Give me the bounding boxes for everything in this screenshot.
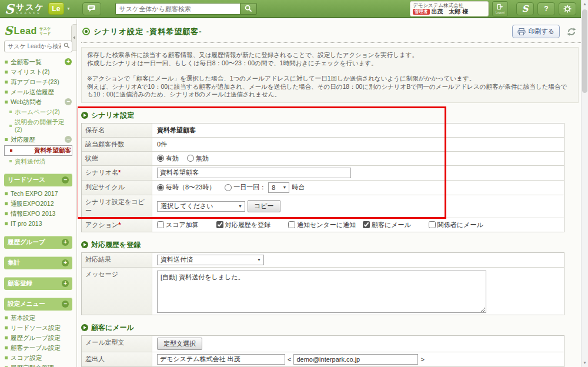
status-enabled-radio[interactable] [157,155,164,162]
printer-icon [517,28,526,35]
product-badge-le[interactable]: Le [48,2,64,15]
print-button[interactable]: 印刷する [512,25,560,38]
result-select[interactable]: 資料送付済▼ [157,255,264,265]
collapse-minus-icon[interactable]: − [62,176,69,184]
dropdown-arrow-icon: ▼ [282,185,286,189]
lead-source-item[interactable]: Tech EXPO 2017 [4,189,72,198]
sidebar-item-reapproach[interactable]: 再アプローチ(23) [4,78,72,86]
status-disabled-option[interactable]: 無効 [187,154,209,163]
customer-mail-section: 顧客にメール メール定型文 定型文選択 差出人 < > 件名 [81,323,581,367]
expand-plus-icon[interactable]: + [65,58,72,65]
section-history-group[interactable]: 履歴グループ+ [4,236,72,249]
settings-item-history-group[interactable]: 履歴グループ設定 [4,333,72,342]
copy-button[interactable]: コピー [248,200,280,212]
section-title-mail: 顧客にメール [81,323,581,333]
bullet-icon [9,111,12,113]
refresh-icon[interactable] [567,27,576,36]
table-row: 保存名 資料希望顧客 [82,124,564,138]
cycle-daily-option[interactable]: 一日一回： [225,183,266,192]
expand-plus-icon[interactable]: + [62,259,69,266]
cycle-hour-select[interactable]: 8▼ [268,182,289,193]
lead-logo-subtext: サスケ リード [39,26,51,36]
section-customer-register[interactable]: 顧客登録+ [4,277,72,290]
settings-item-score[interactable]: スコア設定 [4,353,72,362]
status-label: 状態 [82,152,152,165]
sidebar-item-web-visitors[interactable]: Web訪問者− [4,98,72,106]
sidebar-item-material-sent[interactable]: 資料送付済 [4,157,72,166]
action-register-history[interactable]: 対応履歴を登録 [216,221,270,229]
cycle-daily-radio[interactable] [225,184,232,191]
scenario-name-label: シナリオ名* [82,166,152,180]
scenario-name-input[interactable] [157,168,351,178]
section-lead-source[interactable]: リードソース− [4,174,72,186]
action-notify-center[interactable]: 通知センターに通知 [288,221,356,229]
action-mail-related[interactable]: 関係者にメール [429,221,483,229]
sidebar-item-homepage[interactable]: ホームページ(2) [4,108,72,116]
scroll-up-arrow-icon[interactable]: ▲ [582,0,588,8]
sidebar-item-seminar[interactable]: 説明会の開催予定 (2) [4,118,72,134]
action-mail-related-checkbox[interactable] [429,221,436,228]
saaske-logo[interactable]: S サスケ SAASKE [5,3,45,15]
page-header: シナリオ設定 -資料希望顧客- 印刷する [81,19,581,43]
settings-item-history-template[interactable]: 履歴定型文管理 [4,363,72,367]
sidebar-item-mail-history[interactable]: メール送信履歴 [4,88,72,96]
collapse-minus-icon[interactable]: − [62,301,69,308]
action-score-add-checkbox[interactable] [157,221,164,228]
collapse-minus-icon[interactable]: − [65,136,72,143]
account-company: デモシステム株式会社 [413,3,486,8]
status-enabled-option[interactable]: 有効 [157,154,179,163]
expand-plus-icon[interactable]: + [62,280,69,287]
sidebar-item-material-request[interactable]: 資料希望顧客 [4,145,72,156]
section-arrow-icon [81,241,88,248]
copy-scenario-label: シナリオ設定をコピー [82,195,152,218]
lead-source-item[interactable]: 情報EXPO 2013 [4,209,72,218]
global-search-input[interactable] [115,3,240,15]
cycle-hourly-option[interactable]: 毎時（8〜23時） [157,183,215,192]
vertical-scrollbar[interactable]: ▲ ▼ [581,0,588,367]
action-mail-customer-checkbox[interactable] [363,221,370,228]
settings-button[interactable] [559,2,576,15]
global-search-button[interactable] [240,3,257,15]
help-button[interactable]: ? [537,2,555,15]
message-textarea[interactable]: [自動] 資料送付をしました。 [157,271,486,313]
status-disabled-radio[interactable] [187,155,194,162]
table-row: 該当顧客件数 0件 [82,138,564,152]
logout-button[interactable]: Logout [492,1,508,16]
lead-source-item[interactable]: 通販EXPO2012 [4,199,72,208]
from-name-input[interactable] [157,354,285,365]
cycle-label: 判定サイクル [82,181,152,195]
product-switch-caret-icon[interactable]: ▼ [66,6,71,11]
table-row: 対応結果 資料送付済▼ [82,253,564,268]
action-notify-center-checkbox[interactable] [288,221,295,228]
settings-item-customer-table[interactable]: 顧客テーブル設定 [4,343,72,352]
collapse-minus-icon[interactable]: − [65,98,72,105]
sidebar-search-input[interactable] [4,41,72,52]
scrollbar-thumb[interactable] [582,9,587,93]
scenario-description: 保存した検索条件に該当する顧客情報、又は履歴情報が新たに登録されることで、設定し… [81,47,579,103]
scroll-down-arrow-icon[interactable]: ▼ [582,359,588,367]
sidebar: S Lead サスケ リード 全顧客一覧+ マイリスト(2) 再アプローチ(23… [0,19,77,367]
sidebar-item-all-customers[interactable]: 全顧客一覧+ [4,58,72,66]
table-row: シナリオ名* [82,166,564,181]
saaske-logo-text: サスケ [16,3,45,11]
from-email-input[interactable] [293,354,418,365]
section-aggregate[interactable]: 集計+ [4,256,72,269]
copy-scenario-select[interactable]: 選択してください▼ [157,201,245,212]
action-score-add[interactable]: スコア加算 [157,221,199,229]
cycle-hourly-radio[interactable] [157,184,164,191]
expand-plus-icon[interactable]: + [62,239,69,246]
sidebar-menu: 全顧客一覧+ マイリスト(2) 再アプローチ(23) メール送信履歴 Web訪問… [4,58,72,166]
saaske-home-button[interactable]: S [516,2,534,15]
sidebar-item-mylist[interactable]: マイリスト(2) [4,68,72,76]
lead-logo[interactable]: S Lead サスケ リード [4,25,72,36]
action-register-history-checkbox[interactable] [216,221,223,228]
dropdown-arrow-icon: ▼ [238,204,242,208]
section-settings-menu[interactable]: 設定メニュー− [4,298,72,311]
settings-item-basic[interactable]: 基本設定 [4,313,72,322]
sidebar-item-response-history[interactable]: 対応履歴− [4,135,72,144]
settings-item-lead-source[interactable]: リードソース設定 [4,323,72,332]
lead-source-item[interactable]: IT pro 2013 [4,219,72,228]
chat-button[interactable] [82,2,101,15]
action-mail-customer[interactable]: 顧客にメール [363,221,411,229]
select-template-button[interactable]: 定型文選択 [157,338,202,350]
